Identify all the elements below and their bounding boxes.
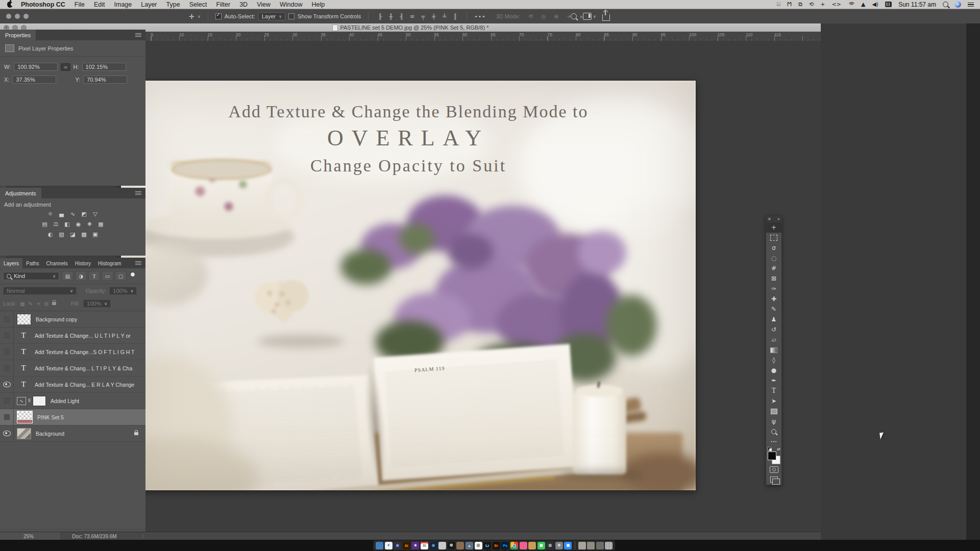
gradient-tool[interactable] <box>766 345 781 355</box>
menu-item-window[interactable]: Window <box>280 1 302 8</box>
dock-folder[interactable] <box>528 542 536 549</box>
tab-history[interactable]: History <box>71 258 94 268</box>
distribute-spacing-icon[interactable]: ║ <box>451 13 459 20</box>
height-field[interactable]: 102.15% <box>82 63 126 71</box>
layers-menu-icon[interactable] <box>135 261 141 265</box>
align-right-edges-icon[interactable]: ╢ <box>397 13 406 20</box>
screen-record-icon[interactable]: ⌻ <box>777 2 780 7</box>
filter-type-layers-icon[interactable]: T <box>88 271 100 281</box>
zoom-level-field[interactable]: 25% <box>0 532 61 540</box>
dock-aperture[interactable]: ❂ <box>448 542 455 549</box>
menu-clock[interactable]: Sun 11:57 am <box>898 1 936 8</box>
black-white-icon[interactable]: ◧ <box>62 220 72 228</box>
dock-safari[interactable]: ✦ <box>385 542 393 549</box>
hand-tool[interactable]: ψ <box>766 416 781 427</box>
dock-pages[interactable]: ▤ <box>475 542 482 549</box>
menu-item-filter[interactable]: Filter <box>216 1 230 8</box>
tab-properties[interactable]: Properties <box>0 30 36 40</box>
apple-menu-icon[interactable] <box>7 2 13 8</box>
quick-mask-button[interactable] <box>766 464 781 474</box>
tab-channels[interactable]: Channels <box>43 258 71 268</box>
dock-books[interactable] <box>456 542 464 549</box>
vibrance-icon[interactable]: ▽ <box>90 210 100 218</box>
window-close-button[interactable] <box>6 14 11 19</box>
menu-item-file[interactable]: File <box>75 1 85 8</box>
tab-paths[interactable]: Paths <box>22 258 43 268</box>
layer-row-selected[interactable]: PINK Set 5 <box>0 409 145 425</box>
control-center-icon[interactable] <box>968 3 974 7</box>
type-tool[interactable]: T <box>766 386 781 396</box>
layer-row[interactable]: Background <box>0 425 145 442</box>
eraser-tool[interactable]: ▱ <box>766 335 781 345</box>
siri-icon[interactable] <box>955 2 961 8</box>
display-mirroring-icon[interactable]: ⧉ <box>798 2 802 7</box>
path-selection-tool[interactable]: ➤ <box>766 396 781 406</box>
dock-minimized-window-1[interactable] <box>578 542 586 549</box>
exposure-icon[interactable]: ◩ <box>79 210 89 218</box>
spotlight-icon[interactable] <box>943 2 948 7</box>
layer-row[interactable]: ∿8Added Light <box>0 393 145 409</box>
window-zoom-button[interactable] <box>23 14 29 19</box>
tab-histogram[interactable]: Histogram <box>94 258 125 268</box>
properties-menu-icon[interactable] <box>135 33 141 37</box>
menu-item-layer[interactable]: Layer <box>141 1 157 8</box>
color-balance-icon[interactable]: ⚖ <box>51 220 61 228</box>
share-icon[interactable] <box>602 14 610 21</box>
window-minimize-button[interactable] <box>15 14 20 19</box>
dock-chrome[interactable] <box>510 542 518 549</box>
app-menu-title[interactable]: Photoshop CC <box>21 1 65 8</box>
brush-tool[interactable]: ✎ <box>766 304 781 314</box>
menu-item-help[interactable]: Help <box>312 1 325 8</box>
layer-row[interactable]: TAdd Texture & Chang... E R L A Y Change <box>0 377 145 393</box>
align-center-icon[interactable]: ≡ <box>408 13 416 20</box>
layer-visibility-toggle[interactable] <box>0 311 14 327</box>
zoom-tool[interactable] <box>766 427 781 437</box>
invert-icon[interactable]: ◐ <box>45 230 55 238</box>
align-vertical-centers-icon[interactable]: ╪ <box>429 13 438 20</box>
workspace-icon[interactable] <box>583 13 592 20</box>
more-options-icon[interactable]: ••• <box>474 13 485 20</box>
layer-visibility-toggle[interactable] <box>0 409 14 425</box>
layer-visibility-toggle[interactable] <box>0 393 14 409</box>
dock-lightroom[interactable]: Lr <box>483 542 491 549</box>
dock-calendar[interactable]: 11 <box>421 542 428 549</box>
photo-filter-icon[interactable]: ◉ <box>74 220 83 228</box>
layer-visibility-toggle[interactable] <box>0 328 14 343</box>
search-icon[interactable] <box>571 13 577 19</box>
menu-item-view[interactable]: View <box>257 1 271 8</box>
filter-shape-layers-icon[interactable]: ▭ <box>102 271 113 281</box>
dock-minimized-window-3[interactable] <box>596 542 604 549</box>
status-chevron-icon[interactable]: 〉 <box>142 533 146 540</box>
swap-colors-icon[interactable]: ⇄ <box>777 447 780 452</box>
dock-facetime[interactable]: ▣ <box>537 542 545 549</box>
blur-tool[interactable]: ◊ <box>766 355 781 365</box>
menu-item-image[interactable]: Image <box>114 1 132 8</box>
layer-filter-dropdown[interactable]: Kind ∨ <box>3 272 59 280</box>
filter-adjustment-layers-icon[interactable]: ◑ <box>75 271 87 281</box>
rectangular-marquee-tool[interactable] <box>766 233 781 243</box>
rectangle-tool[interactable] <box>766 406 781 416</box>
adjustments-menu-icon[interactable] <box>135 191 141 195</box>
dock-zoom-app[interactable]: ▣ <box>564 542 572 549</box>
dock-bridge[interactable]: Br <box>493 542 500 549</box>
layer-visibility-toggle[interactable] <box>0 425 14 441</box>
curves-icon[interactable]: ∿ <box>68 210 78 218</box>
menu-item-type[interactable]: Type <box>166 1 180 8</box>
wifi-icon[interactable] <box>848 2 854 7</box>
opacity-field[interactable]: 100%∨ <box>109 287 137 295</box>
dock-minimized-window-2[interactable] <box>587 542 595 549</box>
layer-visibility-toggle[interactable] <box>0 377 14 392</box>
pen-tool[interactable]: ✒ <box>766 375 781 386</box>
hue-saturation-icon[interactable]: ▤ <box>40 220 50 228</box>
move-tool[interactable]: + <box>766 222 781 233</box>
dock-imovie[interactable]: ★ <box>411 542 419 549</box>
dock-photoshop[interactable]: Ps <box>501 542 509 549</box>
align-left-edges-icon[interactable]: ╟ <box>376 13 384 20</box>
screen-mode-button[interactable] <box>766 474 781 485</box>
default-colors-icon[interactable] <box>768 447 772 451</box>
input-source-icon[interactable] <box>885 2 892 7</box>
dock-trash[interactable] <box>605 542 612 549</box>
dock-finder[interactable] <box>376 542 383 549</box>
crosshair-icon[interactable]: + <box>820 2 825 7</box>
gradient-map-icon[interactable]: ▩ <box>79 230 89 238</box>
